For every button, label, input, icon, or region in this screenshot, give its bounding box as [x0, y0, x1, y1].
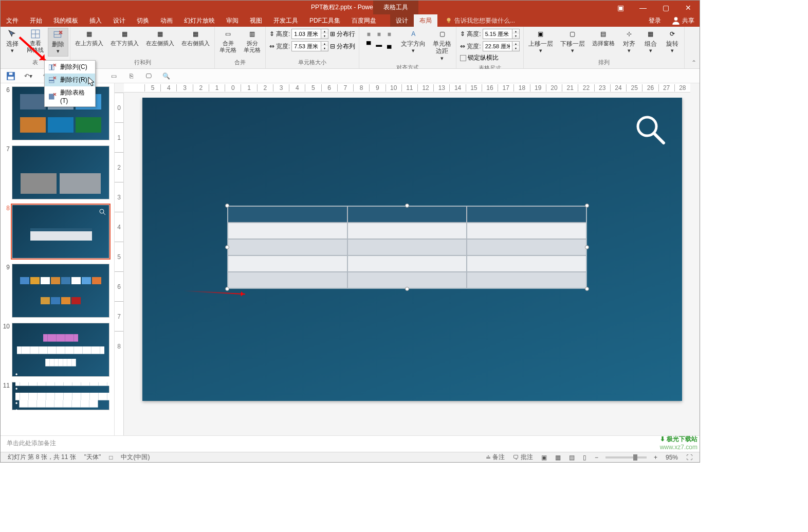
align-button[interactable]: ⊹对齐▾	[619, 28, 639, 56]
tab-design[interactable]: 设计	[107, 14, 131, 27]
zoom-in-button[interactable]: +	[650, 454, 662, 461]
insert-left-button[interactable]: ▦在左侧插入	[143, 28, 177, 48]
slide-number: 7	[3, 145, 12, 199]
insert-row-below-icon: ▦	[120, 29, 130, 39]
insert-col-left-icon: ▦	[155, 29, 166, 39]
tell-me-search[interactable]: 告诉我您想要做什么...	[445, 14, 515, 27]
title-bar: PPT教程2.pptx - PowerPoint 表格工具 ▣ — ▢ ✕	[1, 1, 700, 14]
insert-above-button[interactable]: ▦在上方插入	[72, 28, 106, 48]
select-button[interactable]: 选择▾	[2, 28, 23, 56]
delete-column-item[interactable]: 删除列(C)	[45, 61, 95, 74]
valign-bot-button[interactable]: ▄	[384, 40, 394, 49]
tab-baidu-disk[interactable]: 百度网盘	[346, 14, 382, 27]
text-direction-icon: A	[408, 29, 418, 39]
tool-icon-1[interactable]: ▭	[108, 71, 119, 81]
lock-aspect-checkbox[interactable]	[460, 55, 466, 61]
language-indicator[interactable]: 中文(中国)	[117, 453, 154, 462]
split-icon: ▥	[247, 29, 258, 39]
delete-table-item[interactable]: 删除表格(T)	[45, 86, 95, 106]
zoom-value[interactable]: 95%	[662, 454, 682, 461]
autofill-icon[interactable]: ▣	[609, 1, 632, 14]
tab-slideshow[interactable]: 幻灯片放映	[178, 14, 221, 27]
thumbnail-slide-7[interactable]	[12, 145, 109, 199]
tab-table-design[interactable]: 设计	[390, 14, 414, 27]
collapse-ribbon-button[interactable]: ⌃	[691, 59, 696, 66]
send-backward-button[interactable]: ▢下移一层▾	[557, 28, 588, 56]
insert-right-button[interactable]: ▦在右侧插入	[178, 28, 213, 48]
cell-margins-button[interactable]: ▢单元格 边距▾	[430, 28, 454, 63]
group-label: 单元格大小	[267, 58, 357, 67]
table-object[interactable]	[227, 206, 587, 289]
fit-to-window-button[interactable]: ⛶	[682, 454, 696, 461]
tab-table-layout[interactable]: 布局	[414, 14, 437, 27]
notes-placeholder: 单击此处添加备注	[7, 439, 56, 447]
thumbnail-slide-8[interactable]	[12, 205, 109, 259]
cell-height-input[interactable]: ▴▾	[291, 29, 328, 39]
distribute-rows-button[interactable]: 分布行	[337, 30, 355, 39]
share-button[interactable]: 共享	[666, 16, 700, 25]
align-left-button[interactable]: ≡	[364, 30, 373, 39]
reading-view-button[interactable]: ▤	[565, 454, 579, 461]
tab-home[interactable]: 开始	[24, 14, 48, 27]
spellcheck-icon[interactable]: □	[105, 454, 117, 461]
selection-pane-button[interactable]: ▤选择窗格	[589, 28, 618, 48]
align-right-button[interactable]: ≡	[384, 30, 394, 39]
slide-canvas[interactable]	[142, 98, 682, 401]
distribute-cols-button[interactable]: 分布列	[337, 42, 355, 51]
tab-devtools[interactable]: 开发工具	[268, 14, 304, 27]
zoom-slider[interactable]	[605, 456, 647, 458]
align-center-button[interactable]: ≡	[374, 30, 383, 39]
table-height-input[interactable]: ▴▾	[483, 29, 520, 39]
tab-transitions[interactable]: 切换	[131, 14, 155, 27]
thumbnail-slide-10[interactable]: ███████████████████████████████████	[12, 323, 109, 377]
tab-pdf-tools[interactable]: PDF工具集	[304, 14, 346, 27]
ribbon: 选择▾ 查看 网格线 删除▾ 表 ▦在上方插入 ▦在下方插入 ▦在左侧插入 ▦在…	[1, 27, 700, 69]
notes-toggle[interactable]: ≐ 备注	[482, 453, 509, 462]
group-label: 合并	[216, 58, 264, 67]
table-width-label: 宽度:	[467, 42, 481, 51]
sorter-view-button[interactable]: ▦	[551, 454, 565, 461]
table-width-input[interactable]: ▴▾	[483, 41, 520, 51]
valign-mid-button[interactable]: ▬	[374, 40, 383, 49]
login-button[interactable]: 登录	[644, 16, 666, 25]
delete-button[interactable]: 删除▾	[48, 28, 68, 57]
svg-rect-15	[9, 72, 13, 75]
split-cells-button[interactable]: ▥拆分 单元格	[241, 28, 264, 54]
notes-pane[interactable]: 单击此处添加备注	[1, 435, 700, 452]
delete-row-icon	[49, 77, 57, 84]
comments-toggle[interactable]: 🗨 批注	[509, 453, 537, 462]
bring-forward-button[interactable]: ▣上移一层▾	[525, 28, 556, 56]
thumbnail-slide-9[interactable]	[12, 264, 109, 318]
valign-top-button[interactable]: ▀	[364, 40, 373, 49]
merge-cells-button[interactable]: ▭合并 单元格	[216, 28, 240, 54]
zoom-out-button[interactable]: −	[591, 454, 602, 461]
undo-button[interactable]: ↶▾	[23, 71, 33, 81]
save-icon[interactable]	[6, 71, 16, 81]
tool-icon-2[interactable]: ⎘	[126, 71, 136, 81]
insert-row-above-icon: ▦	[84, 29, 95, 39]
rotate-button[interactable]: ⟳旋转▾	[662, 28, 683, 56]
group-button[interactable]: ▦组合▾	[640, 28, 661, 56]
tab-insert[interactable]: 插入	[84, 14, 107, 27]
tab-review[interactable]: 审阅	[221, 14, 244, 27]
slide-editor[interactable]: 5432101234567891011121314151617181920212…	[115, 83, 700, 435]
text-direction-button[interactable]: A文字方向▾	[398, 28, 429, 56]
tab-my-templates[interactable]: 我的模板	[48, 14, 84, 27]
minimize-button[interactable]: —	[632, 1, 654, 14]
normal-view-button[interactable]: ▣	[537, 454, 551, 461]
tab-file[interactable]: 文件	[1, 14, 24, 27]
tab-view[interactable]: 视图	[244, 14, 268, 27]
slide-thumbnails-pane[interactable]: 6 7 8 9 10 █████████████████████████████…	[1, 83, 115, 435]
insert-below-button[interactable]: ▦在下方插入	[107, 28, 142, 48]
cell-height-icon: ⇕	[269, 30, 274, 38]
tool-icon-3[interactable]: 🖵	[143, 71, 154, 81]
thumbnail-slide-11[interactable]: • ███████████████████████████• █████████…	[12, 382, 109, 410]
tab-animations[interactable]: 动画	[155, 14, 178, 27]
cell-width-input[interactable]: ▴▾	[291, 41, 328, 51]
tool-icon-4[interactable]: 🔍	[161, 71, 171, 81]
close-button[interactable]: ✕	[677, 1, 700, 14]
watermark: ⬇ 极光下载站 www.xz7.com	[660, 435, 697, 451]
maximize-button[interactable]: ▢	[654, 1, 677, 14]
lock-aspect-label: 锁定纵横比	[468, 53, 499, 62]
slideshow-view-button[interactable]: ▯	[579, 454, 591, 461]
